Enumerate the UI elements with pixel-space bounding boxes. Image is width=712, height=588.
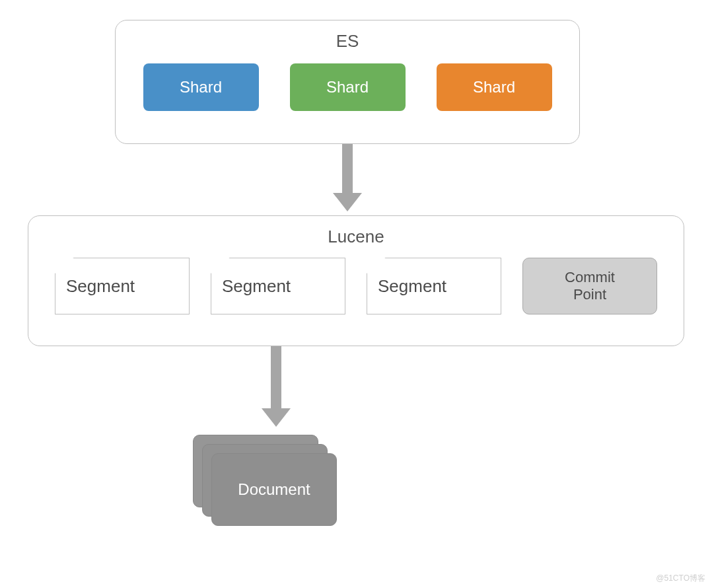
commit-point-box: Commit Point [522, 258, 657, 314]
segment-wrap-3: Segment [367, 258, 501, 314]
watermark: @51CTO博客 [656, 573, 705, 584]
lucene-title: Lucene [28, 227, 684, 247]
lucene-container: Lucene Segment Segment Segment Commit Po… [28, 215, 684, 346]
arrow-es-to-lucene [333, 144, 362, 211]
shard-blue: Shard [143, 63, 259, 111]
arrow-lucene-to-document [262, 346, 291, 427]
segment-box: Segment [211, 258, 345, 314]
document-card-front: Document [211, 453, 337, 526]
document-stack: Document [193, 435, 338, 527]
segment-wrap-1: Segment [55, 258, 190, 314]
segment-box: Segment [367, 258, 501, 314]
document-label: Document [238, 480, 310, 499]
shard-row: Shard Shard Shard [116, 63, 579, 111]
lucene-row: Segment Segment Segment Commit Point [28, 258, 684, 314]
shard-green: Shard [290, 63, 406, 111]
es-title: ES [116, 31, 579, 52]
segment-wrap-2: Segment [211, 258, 345, 314]
segment-box: Segment [55, 258, 190, 314]
shard-orange: Shard [437, 63, 552, 111]
es-container: ES Shard Shard Shard [115, 20, 580, 144]
commit-point-label: Commit Point [565, 269, 615, 304]
